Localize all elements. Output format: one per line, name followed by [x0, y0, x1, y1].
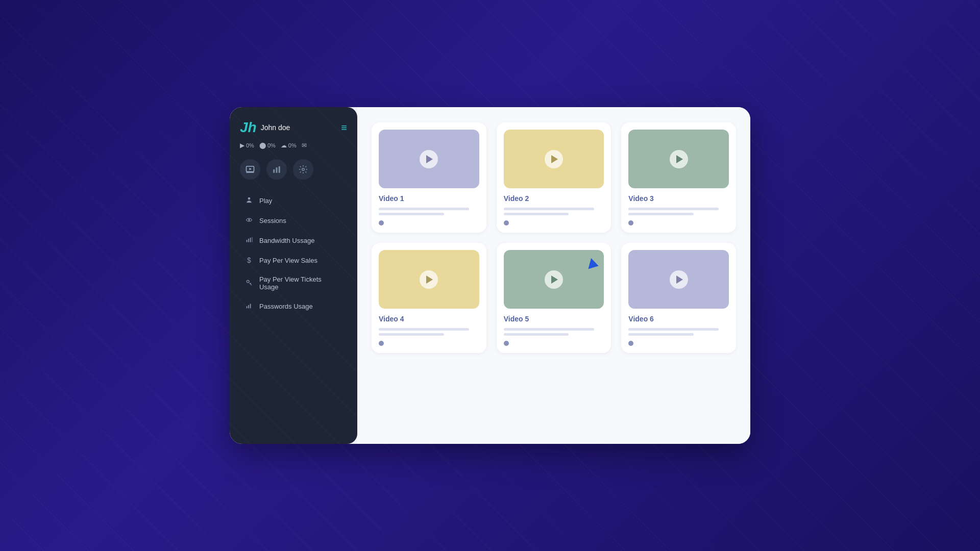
- video-dot-6: [628, 341, 633, 346]
- main-window: Jh John doe ≡ ▶ 0% ⬤ 0% ☁ 0% ✉: [230, 107, 750, 444]
- video-grid: Video 1 Video 2: [372, 122, 736, 353]
- video-line: [628, 328, 719, 331]
- video-dot-1: [379, 220, 384, 226]
- video-line: [379, 333, 444, 336]
- sidebar-icon-group: [240, 159, 347, 180]
- chart-icon: [272, 165, 281, 174]
- play-button-5[interactable]: [545, 270, 563, 289]
- video-line: [504, 328, 594, 331]
- eye-icon: [245, 216, 253, 225]
- play-button-1[interactable]: [420, 150, 438, 168]
- circle-stat: ⬤ 0%: [259, 142, 276, 149]
- video-thumbnail-4: [379, 250, 479, 309]
- video-line: [504, 213, 569, 215]
- sidebar-item-ppv-sales[interactable]: $ Pay Per View Sales: [240, 252, 347, 269]
- sidebar-item-bandwidth[interactable]: Bandwidth Ussage: [240, 232, 347, 249]
- person-icon: [245, 196, 253, 205]
- video-thumbnail-6: [628, 250, 729, 309]
- video-dot-5: [504, 341, 509, 346]
- play-triangle-6: [676, 276, 683, 284]
- video-line: [379, 328, 469, 331]
- svg-rect-12: [250, 238, 251, 242]
- video-thumbnail-2: [504, 130, 604, 188]
- bar-chart-icon: [245, 302, 253, 311]
- video-card-5: Video 5: [497, 243, 611, 353]
- svg-point-7: [248, 197, 251, 200]
- play-triangle-5: [551, 276, 558, 284]
- play-stat: ▶ 0%: [240, 142, 254, 149]
- sidebar-item-ppv-tickets-label: Pay Per View Tickets Usage: [259, 276, 342, 291]
- play-button-2[interactable]: [545, 150, 563, 168]
- video-dot-2: [504, 220, 509, 226]
- video-dot-3: [628, 220, 633, 226]
- sidebar-item-ppv-tickets[interactable]: Pay Per View Tickets Usage: [240, 271, 347, 295]
- play-triangle-2: [551, 155, 558, 163]
- video-line: [504, 208, 594, 210]
- circle-stat-value: 0%: [267, 142, 276, 148]
- play-triangle-1: [426, 155, 433, 163]
- play-button-4[interactable]: [420, 270, 438, 289]
- sidebar-header: Jh John doe ≡: [240, 119, 347, 136]
- video-player-icon: [246, 165, 255, 174]
- svg-point-6: [302, 168, 305, 171]
- sidebar-stats: ▶ 0% ⬤ 0% ☁ 0% ✉: [240, 142, 347, 149]
- cloud-stat: ☁ 0%: [281, 142, 297, 149]
- video-lines-6: [628, 328, 729, 336]
- email-icon[interactable]: ✉: [302, 142, 307, 149]
- video-lines-3: [628, 208, 729, 215]
- sidebar-video-btn[interactable]: [240, 159, 260, 180]
- sidebar-logo: Jh: [240, 119, 257, 136]
- svg-rect-15: [247, 306, 248, 308]
- svg-marker-2: [250, 168, 252, 170]
- sidebar-item-play[interactable]: Play: [240, 192, 347, 210]
- svg-rect-16: [248, 305, 249, 308]
- video-line: [628, 213, 694, 215]
- svg-rect-13: [252, 237, 253, 242]
- svg-point-9: [248, 219, 250, 221]
- cloud-stat-icon: ☁: [281, 142, 287, 149]
- sidebar-item-bandwidth-label: Bandwidth Ussage: [259, 237, 314, 244]
- gear-icon: [299, 165, 308, 174]
- sidebar-nav: Play Sessions Bandwidth Ussage $ Pay Per…: [240, 192, 347, 315]
- video-card-2: Video 2: [497, 122, 611, 233]
- video-thumbnail-3: [628, 130, 729, 188]
- svg-rect-17: [250, 304, 251, 309]
- play-stat-icon: ▶: [240, 142, 244, 149]
- video-card-6: Video 6: [621, 243, 736, 353]
- dollar-icon: $: [245, 256, 253, 264]
- play-stat-value: 0%: [246, 142, 254, 148]
- video-title-1: Video 1: [379, 194, 479, 203]
- video-lines-1: [379, 208, 479, 215]
- svg-rect-3: [273, 169, 275, 173]
- sidebar: Jh John doe ≡ ▶ 0% ⬤ 0% ☁ 0% ✉: [230, 107, 357, 444]
- video-lines-4: [379, 328, 479, 336]
- video-card-3: Video 3: [621, 122, 736, 233]
- video-card-1: Video 1: [372, 122, 486, 233]
- video-card-4: Video 4: [372, 243, 486, 353]
- sidebar-chart-btn[interactable]: [266, 159, 287, 180]
- bandwidth-icon: [245, 236, 253, 245]
- sidebar-item-passwords[interactable]: Passwords Usage: [240, 297, 347, 315]
- hamburger-icon[interactable]: ≡: [341, 122, 347, 134]
- svg-rect-10: [247, 240, 248, 242]
- play-triangle-4: [426, 276, 433, 284]
- sidebar-settings-btn[interactable]: [293, 159, 313, 180]
- sidebar-item-ppv-sales-label: Pay Per View Sales: [259, 257, 317, 264]
- cloud-stat-value: 0%: [288, 142, 297, 148]
- play-button-3[interactable]: [670, 150, 688, 168]
- video-line: [379, 208, 469, 210]
- video-line: [504, 333, 569, 336]
- sidebar-item-sessions-label: Sessions: [259, 217, 286, 224]
- cursor-pointer: [589, 258, 600, 271]
- video-title-6: Video 6: [628, 315, 729, 323]
- key-icon: [245, 279, 253, 288]
- sidebar-item-play-label: Play: [259, 197, 272, 205]
- svg-point-14: [247, 280, 249, 283]
- video-line: [628, 333, 694, 336]
- sidebar-item-sessions[interactable]: Sessions: [240, 212, 347, 230]
- play-triangle-3: [676, 155, 683, 163]
- sidebar-item-passwords-label: Passwords Usage: [259, 303, 313, 310]
- video-lines-2: [504, 208, 604, 215]
- sidebar-username: John doe: [261, 123, 341, 132]
- play-button-6[interactable]: [670, 270, 688, 289]
